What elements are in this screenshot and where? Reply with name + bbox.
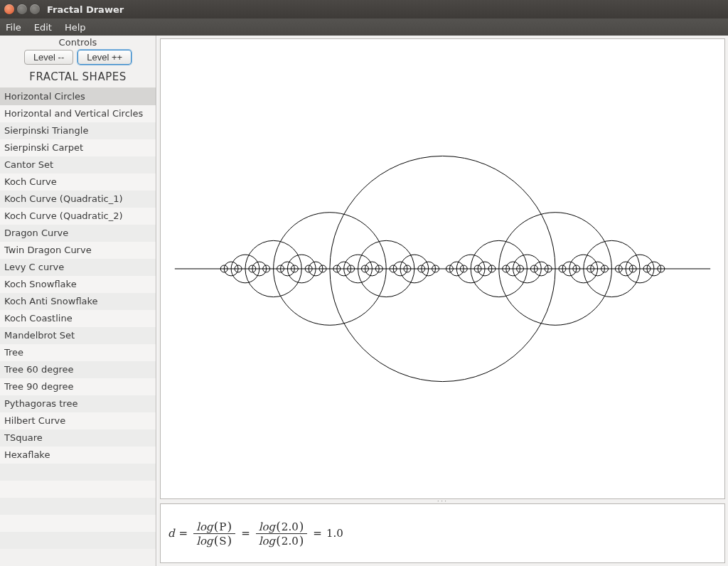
minimize-icon[interactable] xyxy=(17,4,27,14)
shape-list-item[interactable]: Levy C curve xyxy=(0,259,156,276)
shape-list-item[interactable]: Twin Dragon Curve xyxy=(0,242,156,259)
fractal-canvas[interactable] xyxy=(160,38,725,499)
level-decrement-button[interactable]: Level -- xyxy=(24,50,73,65)
shape-list-item-empty xyxy=(0,532,156,549)
shape-list-item-empty xyxy=(0,515,156,532)
controls-label: Controls xyxy=(0,36,156,50)
shape-list-item[interactable]: Hexaflake xyxy=(0,447,156,464)
menu-file[interactable]: File xyxy=(6,22,21,33)
window-controls xyxy=(4,4,40,14)
main-area: Controls Level -- Level ++ FRACTAL SHAPE… xyxy=(0,36,728,566)
menu-help[interactable]: Help xyxy=(65,22,86,33)
shape-list-item[interactable]: Koch Curve (Quadratic_1) xyxy=(0,191,156,208)
shape-list-item[interactable]: Cantor Set xyxy=(0,156,156,173)
shape-list-item[interactable]: Horizontal and Vertical Circles xyxy=(0,105,156,122)
dimension-formula: d = log(P) log(S) = log(2.0) log(2.0) = … xyxy=(168,520,343,547)
shape-list-item[interactable]: Koch Snowflake xyxy=(0,276,156,293)
shape-list-item[interactable]: Koch Coastline xyxy=(0,310,156,327)
shape-list-item[interactable]: Sierpinski Carpet xyxy=(0,139,156,156)
shape-list-item[interactable]: Mandelbrot Set xyxy=(0,327,156,344)
menu-bar: File Edit Help xyxy=(0,18,728,36)
shape-list-item[interactable]: TSquare xyxy=(0,429,156,447)
window-titlebar: Fractal Drawer xyxy=(0,0,728,18)
formula-pane: d = log(P) log(S) = log(2.0) log(2.0) = … xyxy=(160,503,725,563)
shape-list-item[interactable]: Pythagoras tree xyxy=(0,395,156,412)
shape-list-item[interactable]: Tree 90 degree xyxy=(0,378,156,395)
shape-list-item[interactable]: Hilbert Curve xyxy=(0,412,156,429)
shape-list-item-empty xyxy=(0,498,156,515)
shape-list-item[interactable]: Koch Curve (Quadratic_2) xyxy=(0,208,156,225)
pane-splitter[interactable] xyxy=(160,499,725,503)
maximize-icon[interactable] xyxy=(30,4,40,14)
close-icon[interactable] xyxy=(4,4,14,14)
shape-list-item[interactable]: Koch Anti Snowflake xyxy=(0,293,156,310)
shape-list-item-empty xyxy=(0,464,156,481)
window-title: Fractal Drawer xyxy=(47,4,124,15)
shape-list-item-empty xyxy=(0,481,156,498)
sidebar: Controls Level -- Level ++ FRACTAL SHAPE… xyxy=(0,36,156,566)
shape-list-item[interactable]: Koch Curve xyxy=(0,173,156,191)
shape-list-item[interactable]: Sierpinski Triangle xyxy=(0,122,156,139)
shape-list-item[interactable]: Tree xyxy=(0,344,156,361)
shape-list[interactable]: Horizontal CirclesHorizontal and Vertica… xyxy=(0,87,156,566)
level-increment-button[interactable]: Level ++ xyxy=(77,50,132,65)
shape-list-item[interactable]: Dragon Curve xyxy=(0,225,156,242)
shape-list-item[interactable]: Tree 60 degree xyxy=(0,361,156,378)
shapes-header: FRACTAL SHAPES xyxy=(0,68,156,87)
level-button-row: Level -- Level ++ xyxy=(0,50,156,68)
content-area: d = log(P) log(S) = log(2.0) log(2.0) = … xyxy=(156,36,728,566)
shape-list-item[interactable]: Horizontal Circles xyxy=(0,88,156,105)
menu-edit[interactable]: Edit xyxy=(34,22,52,33)
